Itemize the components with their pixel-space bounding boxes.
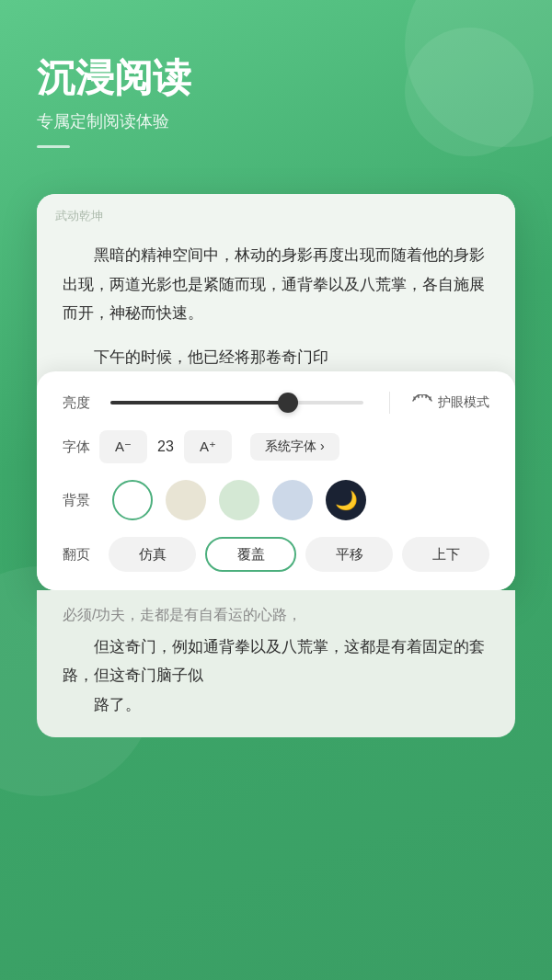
bottom-reading: 必须/功夫，走都是有自看运的心路， 但这奇门，例如通背拳以及八荒掌，这都是有着固… <box>37 590 515 737</box>
bg-white-option[interactable] <box>112 480 153 520</box>
brightness-thumb[interactable] <box>278 393 298 413</box>
brightness-slider[interactable] <box>110 401 363 405</box>
page-title: 沉浸阅读 <box>37 55 515 101</box>
moon-icon: 🌙 <box>335 489 358 511</box>
bottom-line-3: 路了。 <box>63 690 489 719</box>
reader-card: 武动乾坤 黑暗的精神空间中，林动的身影再度出现而随着他的身影出现，两道光影也是紧… <box>37 194 515 590</box>
eye-mode[interactable]: 护眼模式 <box>412 394 489 411</box>
brightness-label: 亮度 <box>63 394 99 412</box>
reading-paragraph-2: 下午的时候，他已经将那卷奇门印 <box>63 343 489 371</box>
font-increase-button[interactable]: A⁺ <box>184 430 232 463</box>
reading-content: 黑暗的精神空间中，林动的身影再度出现而随着他的身影出现，两道光影也是紧随而现，通… <box>37 232 515 371</box>
bg-dark-option[interactable]: 🌙 <box>326 480 366 520</box>
divider <box>389 392 390 414</box>
page-subtitle: 专属定制阅读体验 <box>37 110 515 132</box>
settings-panel: 亮度 护眼模式 <box>37 371 515 590</box>
pageturn-label: 翻页 <box>63 546 99 564</box>
font-decrease-button[interactable]: A⁻ <box>99 430 147 463</box>
bg-cream-option[interactable] <box>166 480 206 520</box>
header: 沉浸阅读 专属定制阅读体验 <box>0 0 552 176</box>
bottom-line-1: 必须/功夫，走都是有自看运的心路， <box>63 601 489 629</box>
reading-paragraph-1: 黑暗的精神空间中，林动的身影再度出现而随着他的身影出现，两道光影也是紧随而现，通… <box>63 241 489 327</box>
font-family-button[interactable]: 系统字体 › <box>250 433 339 461</box>
eye-mode-label: 护眼模式 <box>438 394 489 411</box>
bottom-text: 必须/功夫，走都是有自看运的心路， 但这奇门，例如通背拳以及八荒掌，这都是有着固… <box>63 601 489 719</box>
brightness-fill <box>110 401 288 405</box>
book-title-bar: 武动乾坤 <box>37 194 515 232</box>
font-size-value: 23 <box>147 439 184 455</box>
brightness-row: 亮度 护眼模式 <box>63 392 489 414</box>
eye-icon <box>412 394 432 411</box>
background-row: 背景 🌙 <box>63 480 489 520</box>
header-line <box>37 145 70 148</box>
book-title: 武动乾坤 <box>55 209 103 222</box>
font-controls: A⁻ 23 A⁺ <box>99 430 232 463</box>
pageturn-row: 翻页 仿真 覆盖 平移 上下 <box>63 537 489 572</box>
pageturn-cover-button[interactable]: 覆盖 <box>205 537 296 572</box>
bg-label: 背景 <box>63 492 99 509</box>
pageturn-slide-button[interactable]: 平移 <box>305 537 393 572</box>
pageturn-vertical-button[interactable]: 上下 <box>402 537 489 572</box>
bg-green-option[interactable] <box>219 480 259 520</box>
font-label: 字体 <box>63 439 99 456</box>
bg-blue-option[interactable] <box>272 480 313 520</box>
font-row: 字体 A⁻ 23 A⁺ 系统字体 › <box>63 430 489 463</box>
bottom-line-2: 但这奇门，例如通背拳以及八荒掌，这都是有着固定的套路，但这奇门脑子似 <box>63 632 489 690</box>
pageturn-simulated-button[interactable]: 仿真 <box>109 537 196 572</box>
